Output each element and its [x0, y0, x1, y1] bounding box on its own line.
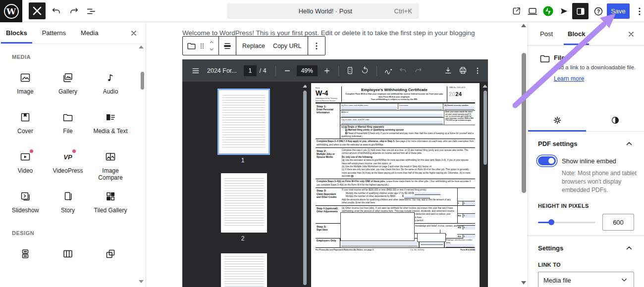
link-to-select[interactable]: Media file: [538, 272, 634, 287]
inserter-item-image-compare[interactable]: Image Compare: [89, 141, 132, 181]
preview-button[interactable]: [524, 3, 540, 19]
tab-settings[interactable]: [528, 109, 586, 131]
settings-sidebar-toggle[interactable]: [572, 3, 589, 19]
height-input[interactable]: [602, 214, 634, 231]
inserter-item-videopress[interactable]: VPVideoPress: [47, 141, 89, 181]
height-slider[interactable]: [538, 222, 595, 223]
close-sidebar-button[interactable]: [625, 28, 637, 40]
help-button[interactable]: ?: [590, 3, 606, 19]
pdf-thumbnail-2[interactable]: [221, 173, 267, 233]
pdf-page-input[interactable]: 1: [244, 65, 257, 76]
command-palette[interactable]: Hello World! · Post Ctrl+K: [227, 3, 419, 19]
ellipsis-icon: [312, 41, 322, 51]
tab-media[interactable]: Media: [80, 23, 99, 43]
save-button[interactable]: Save: [607, 3, 630, 19]
copy-url-button[interactable]: Copy URL: [269, 43, 306, 49]
w4-step2-label: Step 2:: [317, 149, 339, 153]
height-slider-thumb[interactable]: [548, 219, 554, 225]
editor-scrollbar-thumb[interactable]: [522, 53, 526, 193]
inserter-item-group-icon[interactable]: [89, 238, 132, 278]
audio-icon: [105, 72, 116, 84]
pdf-rotate-button[interactable]: [358, 63, 373, 78]
file-block-button[interactable]: [185, 39, 198, 53]
jetpack-button[interactable]: [540, 3, 556, 19]
view-post-button[interactable]: [508, 3, 525, 19]
thumbnail-scrollbar[interactable]: [303, 84, 307, 287]
close-inserter-button[interactable]: [29, 2, 46, 19]
pdf-zoom-out-button[interactable]: [280, 63, 295, 78]
pdf-annotate-button[interactable]: [381, 63, 396, 78]
inserter-section-label: DESIGN: [12, 230, 146, 236]
tab-post[interactable]: Post: [539, 23, 554, 45]
pdf-thumbnail-3[interactable]: [221, 253, 267, 287]
w4-4b-cell: 4(b)$: [457, 225, 475, 230]
post-paragraph[interactable]: Welcome to WordPress! This is your first…: [182, 29, 475, 37]
pdf-download-button[interactable]: [440, 63, 455, 78]
close-inserter-x[interactable]: [128, 27, 140, 39]
w4-subtitle1: Complete Form W-4 so that your employer …: [344, 93, 445, 96]
inserter-item-audio[interactable]: Audio: [89, 62, 132, 101]
wordpress-logo[interactable]: W: [0, 0, 22, 22]
inserter-item-label: File: [47, 128, 89, 135]
show-inline-embed-toggle[interactable]: [538, 156, 556, 165]
chevron-up-icon[interactable]: [624, 243, 634, 253]
publicize-button[interactable]: [556, 3, 572, 19]
inserter-scrollbar[interactable]: [141, 72, 144, 90]
inserter-item-story[interactable]: Story: [47, 181, 89, 220]
w4-title: Employee's Withholding Certificate: [344, 87, 445, 93]
document-overview-button[interactable]: [83, 3, 99, 19]
scroll-up-arrow[interactable]: [521, 24, 526, 27]
pdf-print-button[interactable]: [455, 63, 470, 78]
embed-note: Note: Most phone and tablet browsers won…: [562, 169, 642, 194]
inserter-item-media-text[interactable]: Media & Text: [89, 101, 132, 141]
pdf-thumbnail-panel: 1 2: [182, 82, 303, 287]
inserter-item-gallery[interactable]: Gallery: [47, 62, 89, 101]
tab-patterns[interactable]: Patterns: [41, 23, 67, 43]
pdf-more-button[interactable]: [470, 63, 485, 78]
replace-button[interactable]: Replace: [238, 43, 269, 49]
redo-button[interactable]: [65, 3, 82, 19]
pdf-zoom-in-button[interactable]: [320, 63, 334, 78]
move-down-button[interactable]: [207, 46, 216, 53]
pdf-thumbnail-1[interactable]: [219, 90, 268, 153]
inserter-item-tiled-gallery[interactable]: Tiled Gallery: [89, 181, 132, 220]
inserter-item-video[interactable]: Video: [4, 141, 47, 181]
drag-handle[interactable]: [198, 39, 207, 53]
tab-blocks[interactable]: Blocks: [5, 23, 28, 43]
w4-4a-cell: 4(a)$: [457, 213, 475, 218]
undo-button[interactable]: [48, 3, 64, 19]
tab-styles[interactable]: [586, 109, 644, 131]
scroll-down-arrow[interactable]: [521, 281, 526, 285]
learn-more-link[interactable]: Learn more: [554, 75, 584, 82]
align-button[interactable]: [221, 39, 234, 53]
pdf-menu-button[interactable]: [188, 63, 203, 78]
inserter-item-label: Cover: [4, 128, 46, 135]
move-up-button[interactable]: [207, 39, 216, 46]
inserter-item-image[interactable]: Image: [4, 62, 47, 101]
inserter-item-columns-icon[interactable]: [47, 238, 89, 278]
pdf-fit-page-button[interactable]: [343, 63, 358, 78]
options-button[interactable]: [631, 3, 644, 19]
new-badge: [72, 149, 76, 153]
inserter-item-file[interactable]: File: [47, 101, 89, 141]
pdf-zoom-level[interactable]: 49%: [297, 65, 318, 76]
inserter-item-stack-icon[interactable]: [4, 238, 47, 278]
redo-icon: [68, 6, 79, 17]
tab-block[interactable]: Block: [567, 23, 586, 45]
pdf-undo-button[interactable]: [396, 63, 411, 78]
w4-step2-sub: Multiple Jobs or Spouse Works: [317, 153, 339, 159]
inserter-item-label: Story: [47, 207, 89, 214]
inserter-item-label: VideoPress: [47, 168, 89, 175]
scroll-down-arrow[interactable]: [139, 280, 144, 283]
inserter-item-slideshow[interactable]: Slideshow: [4, 181, 47, 220]
pdf-scrollbar[interactable]: [483, 91, 487, 165]
file-icon: [62, 111, 74, 123]
inserter-body: MEDIAImageGalleryAudioCoverFileMedia & T…: [0, 54, 146, 278]
block-card: File Add a link to a downloadable file. …: [528, 46, 644, 109]
block-options-button[interactable]: [310, 39, 323, 53]
pdf-redo-button[interactable]: [411, 63, 426, 78]
inserter-item-cover[interactable]: Cover: [4, 101, 47, 141]
scroll-up-arrow[interactable]: [139, 46, 144, 48]
chevron-up-icon[interactable]: [624, 139, 634, 148]
chevron-up-icon: [208, 39, 215, 45]
